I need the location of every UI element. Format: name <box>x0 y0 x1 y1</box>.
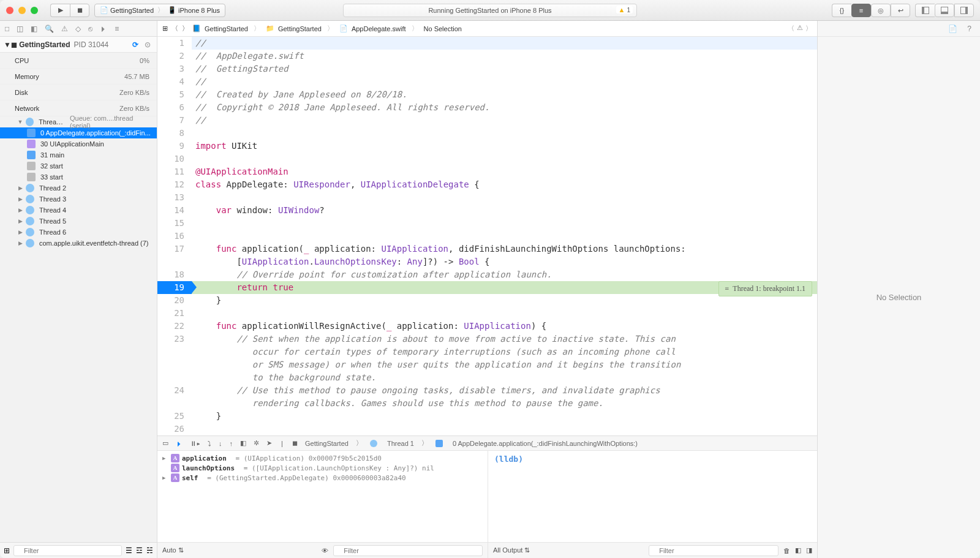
frame-3-row[interactable]: 32 start <box>0 160 157 172</box>
process-row[interactable]: ▼ ◼ GettingStarted PID 31044 ⟳ ⊙ <box>0 37 157 53</box>
frame-0-row[interactable]: 0 AppDelegate.application(_:didFin... <box>0 127 157 138</box>
jump-bar[interactable]: ⊞ 〈 〉 📘 GettingStarted 〉 📁 GettingStarte… <box>157 21 817 37</box>
variables-view[interactable]: ▶ A application = (UIApplication) 0x0000… <box>157 451 488 542</box>
back-button[interactable]: 〈 <box>172 24 178 33</box>
twisty-icon[interactable]: ▶ <box>17 185 23 191</box>
auto-selector[interactable]: Auto ⇅ <box>162 546 184 554</box>
close-button[interactable] <box>6 7 13 14</box>
var-row[interactable]: ▶ A application = (UIApplication) 0x0000… <box>162 453 483 463</box>
metric-memory[interactable]: Memory 45.7 MB <box>0 69 157 85</box>
code-editor[interactable]: 1// 2// AppDelegate.swift 3// GettingSta… <box>157 37 817 435</box>
frame-4-row[interactable]: 33 start <box>0 172 157 183</box>
thread-1-row[interactable]: ▼ Thread 1 Queue: com....thread (serial) <box>0 116 157 127</box>
toggle-left-panel-button[interactable] <box>915 4 935 17</box>
debug-bc-thread[interactable]: Thread 1 <box>387 440 414 447</box>
crumb-project[interactable]: GettingStarted <box>205 25 248 32</box>
console-filter-input[interactable] <box>649 545 778 556</box>
var-row[interactable]: ▶ A self = (GettingStarted.AppDelegate) … <box>162 473 483 483</box>
step-into-button[interactable]: ↓ <box>219 440 222 447</box>
metric-cpu[interactable]: CPU 0% <box>0 53 157 69</box>
thread-3-row[interactable]: ▶ Thread 3 <box>0 194 157 205</box>
twisty-icon[interactable]: ▶ <box>162 475 168 481</box>
prev-issue-button[interactable]: 〈 <box>788 24 794 33</box>
breakpoint-annotation[interactable]: ≡ Thread 1: breakpoint 1.1 <box>718 281 812 296</box>
panel-left-icon[interactable]: ◧ <box>795 546 801 554</box>
twisty-icon[interactable]: ▶ <box>17 240 23 246</box>
nav-project-icon[interactable]: □ <box>5 25 9 33</box>
variables-filter-input[interactable] <box>333 545 483 556</box>
twisty-icon[interactable]: ▶ <box>17 229 23 235</box>
nav-find-icon[interactable]: 🔍 <box>45 25 54 33</box>
scheme-device-label: iPhone 8 Plus <box>178 7 220 14</box>
editor-assistant-button[interactable]: ≡ <box>851 4 871 17</box>
location-button[interactable]: ➤ <box>266 439 272 447</box>
filter-opt-3-icon[interactable]: ☵ <box>146 546 153 555</box>
filter-icon[interactable]: ⊞ <box>4 546 10 555</box>
issue-indicator-icon: ⚠ <box>797 24 803 33</box>
refresh-icon[interactable]: ⟳ <box>132 40 141 49</box>
help-inspector-icon[interactable]: ? <box>967 25 971 33</box>
frame-2-row[interactable]: 31 main <box>0 149 157 160</box>
step-over-button[interactable]: ⤵ <box>208 440 211 447</box>
nav-debug-icon[interactable]: ⎋ <box>88 25 92 33</box>
trash-icon[interactable]: 🗑 <box>783 547 790 554</box>
nav-source-icon[interactable]: ◫ <box>17 25 23 33</box>
continue-button[interactable]: ⏸▶ <box>190 440 200 447</box>
debug-bc-target[interactable]: GettingStarted <box>305 440 349 447</box>
related-icon[interactable]: ⊞ <box>162 25 168 32</box>
twisty-icon[interactable]: ▶ <box>17 218 23 224</box>
var-row[interactable]: A launchOptions = ([UIApplication.Launch… <box>162 463 483 473</box>
sidebar-filter-input[interactable] <box>13 545 122 556</box>
minimize-button[interactable] <box>18 7 26 14</box>
crumb-selection[interactable]: No Selection <box>424 25 462 32</box>
file-inspector-icon[interactable]: 📄 <box>948 25 957 33</box>
debug-bc-frame[interactable]: 0 AppDelegate.application(_:didFinishLau… <box>453 440 638 447</box>
run-button[interactable]: ▶ <box>50 4 70 17</box>
memory-graph-button[interactable]: ✲ <box>254 439 259 447</box>
thread-2-row[interactable]: ▶ Thread 2 <box>0 183 157 194</box>
twisty-icon[interactable]: ▶ <box>17 207 23 213</box>
console-output[interactable]: (lldb) <box>488 451 817 542</box>
editor-version-button[interactable]: ◎ <box>871 4 891 17</box>
nav-symbol-icon[interactable]: ◧ <box>31 25 37 33</box>
next-issue-button[interactable]: 〉 <box>805 24 812 33</box>
options-icon[interactable]: ⊙ <box>145 40 153 49</box>
step-out-button[interactable]: ↑ <box>230 440 233 447</box>
thread-extra-row[interactable]: ▶ com.apple.uikit.eventfetch-thread (7) <box>0 238 157 249</box>
scheme-selector[interactable]: 📄 GettingStarted 〉 📱 iPhone 8 Plus <box>94 4 225 17</box>
filter-opt-1-icon[interactable]: ☰ <box>126 546 132 555</box>
twisty-icon[interactable]: ▼ <box>17 119 23 125</box>
thread-5-row[interactable]: ▶ Thread 5 <box>0 216 157 227</box>
breakpoints-toggle-button[interactable]: ⏵ <box>176 440 183 447</box>
frame-1-label: 30 UIApplicationMain <box>40 140 104 148</box>
titlebar: ▶ ◼ 📄 GettingStarted 〉 📱 iPhone 8 Plus R… <box>0 0 980 21</box>
forward-button[interactable]: 〉 <box>182 24 189 33</box>
crumb-group[interactable]: GettingStarted <box>278 25 322 32</box>
editor-review-button[interactable]: ↩ <box>891 4 910 17</box>
frame-icon <box>27 173 36 181</box>
nav-test-icon[interactable]: ◇ <box>75 25 81 33</box>
metric-disk[interactable]: Disk Zero KB/s <box>0 85 157 100</box>
quicklook-icon[interactable]: 👁 <box>322 547 328 554</box>
hide-debug-button[interactable]: ▭ <box>162 439 168 447</box>
view-hierarchy-button[interactable]: ◧ <box>240 439 246 447</box>
nav-issue-icon[interactable]: ⚠ <box>61 25 68 33</box>
warning-badge[interactable]: ▲ 1 <box>616 6 633 13</box>
frame-1-row[interactable]: 30 UIApplicationMain <box>0 138 157 149</box>
twisty-icon[interactable]: ▶ <box>17 196 23 202</box>
editor-standard-button[interactable]: {} <box>832 4 851 17</box>
filter-opt-2-icon[interactable]: ☲ <box>136 546 143 555</box>
nav-report-icon[interactable]: ≡ <box>115 25 119 33</box>
output-selector[interactable]: All Output ⇅ <box>493 546 530 554</box>
crumb-file[interactable]: AppDelegate.swift <box>352 25 406 32</box>
thread-6-row[interactable]: ▶ Thread 6 <box>0 227 157 238</box>
toggle-bottom-panel-button[interactable] <box>935 4 954 17</box>
twisty-icon[interactable]: ▶ <box>162 455 168 461</box>
process-twisty[interactable]: ▼ <box>4 40 11 49</box>
nav-breakpoint-icon[interactable]: ⏵ <box>100 25 107 33</box>
thread-4-row[interactable]: ▶ Thread 4 <box>0 205 157 216</box>
toggle-right-panel-button[interactable] <box>954 4 974 17</box>
panel-right-icon[interactable]: ◨ <box>806 546 812 554</box>
zoom-button[interactable] <box>31 7 38 14</box>
stop-button[interactable]: ◼ <box>70 4 89 17</box>
